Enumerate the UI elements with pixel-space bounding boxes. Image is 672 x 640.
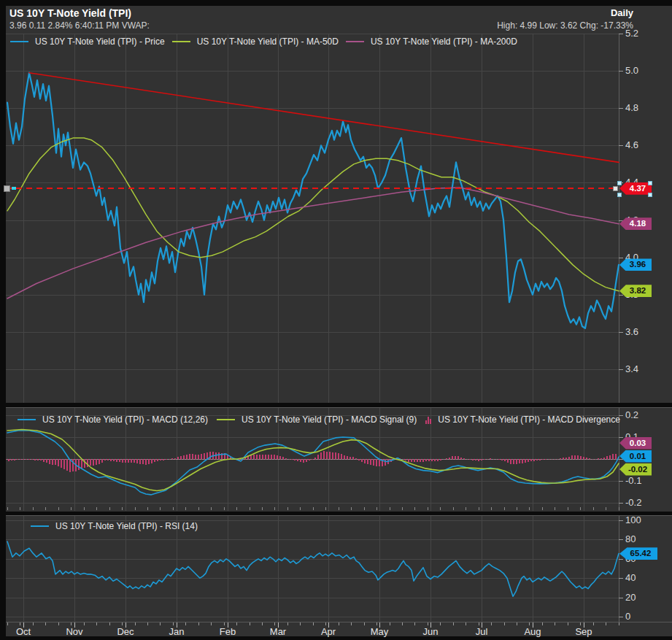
legend-label: US 10Y T-Note Yield (TPI) - MACD Signal …: [242, 415, 417, 425]
red-trendline: [29, 73, 619, 163]
legend-item-macd[interactable]: US 10Y T-Note Yield (TPI) - MACD (12,26): [18, 415, 208, 425]
price-legend: US 10Y T-Note Yield (TPI) - Price US 10Y…: [10, 36, 517, 47]
charting-app-window: 5.25.04.84.64.44.24.03.83.63.40.20.10-0.…: [0, 0, 672, 640]
legend-label: US 10Y T-Note Yield (TPI) - Price: [35, 36, 165, 47]
rsi-line-swatch-icon: [31, 525, 49, 527]
legend-label: US 10Y T-Note Yield (TPI) - MA-200D: [371, 36, 517, 47]
macd-legend: US 10Y T-Note Yield (TPI) - MACD (12,26)…: [18, 415, 620, 425]
quote-line: 3.96 0.11 2.84% 6:40:11 PM VWAP:: [9, 20, 150, 31]
histogram-swatch-icon: [425, 416, 431, 424]
high-low-change-line: High: 4.99 Low: 3.62 Chg: -17.33%: [497, 20, 633, 31]
legend-item-ma50[interactable]: US 10Y T-Note Yield (TPI) - MA-50D: [172, 36, 339, 47]
ma200-line-swatch-icon: [346, 41, 364, 42]
macd-signal-swatch-icon: [217, 419, 235, 420]
price-line-swatch-icon: [10, 41, 28, 42]
symbol-title: US 10Y T-Note Yield (TPI): [9, 7, 131, 19]
macd-line-swatch-icon: [18, 419, 36, 420]
ma50-line-swatch-icon: [172, 41, 190, 42]
legend-item-price[interactable]: US 10Y T-Note Yield (TPI) - Price: [10, 36, 165, 47]
legend-label: US 10Y T-Note Yield (TPI) - RSI (14): [55, 521, 198, 531]
legend-label: US 10Y T-Note Yield (TPI) - MACD (12,26): [42, 415, 208, 425]
legend-item-macd-signal[interactable]: US 10Y T-Note Yield (TPI) - MACD Signal …: [217, 415, 417, 425]
legend-label: US 10Y T-Note Yield (TPI) - MA-50D: [197, 36, 339, 47]
timeframe-label[interactable]: Daily: [611, 7, 633, 18]
chart-canvas: [0, 0, 672, 640]
legend-item-rsi[interactable]: US 10Y T-Note Yield (TPI) - RSI (14): [31, 521, 198, 531]
rsi-series-line-0: [7, 541, 619, 596]
legend-label: US 10Y T-Note Yield (TPI) - MACD Diverge…: [438, 415, 620, 425]
legend-item-macd-divergence[interactable]: US 10Y T-Note Yield (TPI) - MACD Diverge…: [425, 415, 620, 425]
rsi-legend: US 10Y T-Note Yield (TPI) - RSI (14): [31, 521, 198, 531]
price-series-line-1: [7, 138, 619, 291]
price-series-line-0: [7, 73, 619, 328]
legend-item-ma200[interactable]: US 10Y T-Note Yield (TPI) - MA-200D: [346, 36, 517, 47]
